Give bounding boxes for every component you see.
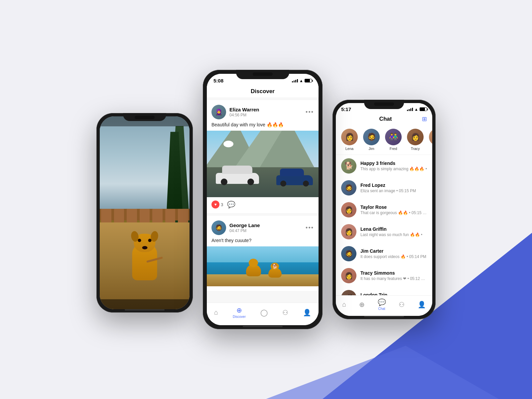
chat-taylor-rose[interactable]: 👩 Taylor Rose That car is gorgeous 🔥🔥 • …	[336, 199, 432, 221]
wheel-wl	[221, 179, 227, 185]
post-1: 🧕 Eliza Warren 04:56 PM ••• Beautiful da…	[207, 100, 319, 213]
right-signal-icon	[407, 108, 413, 111]
stories-row: 👩 Lena 🧔 Jim 👫 Fred	[336, 126, 432, 155]
chat-nav-profile[interactable]: 👤	[418, 301, 426, 309]
post-2-image: 🐕	[207, 246, 319, 286]
chat-nav-home[interactable]: ⌂	[342, 301, 346, 308]
chat-jim-carter[interactable]: 🧔 Jim Carter It does support videos 🔥 • …	[336, 243, 432, 265]
posts-container: 🧕 Eliza Warren 04:56 PM ••• Beautiful da…	[207, 97, 319, 303]
center-status-icons: ▲	[292, 78, 312, 83]
dog-body-container	[130, 234, 160, 280]
nav-messages[interactable]: ◯	[260, 309, 268, 317]
mountain-3	[259, 131, 315, 169]
comment-button[interactable]: 💬	[227, 200, 235, 208]
chat-bottom-nav: ⌂ ⊕ 💬 Chat ⚇ 👤	[336, 295, 432, 316]
chat-nav-friends[interactable]: ⚇	[399, 301, 405, 309]
nav-discover-label: Discover	[233, 315, 246, 319]
heart-icon: ♥	[211, 200, 219, 208]
left-phone-screen	[100, 116, 190, 309]
story-ge[interactable]: 👱 Ge...	[429, 129, 432, 151]
chat-avatar-tracy-face: 👩	[341, 268, 356, 283]
post-2-username: George Lane	[229, 222, 306, 228]
post-2: 🧔 George Lane 04:47 PM ••• Aren't they c…	[207, 216, 319, 291]
chat-compose-icon[interactable]: ⊞	[422, 115, 427, 123]
chat-fred-lopez[interactable]: 🧔 Fred Lopez Eliza sent an image • 05:15…	[336, 177, 432, 199]
phone-left	[96, 113, 193, 313]
chat-avatar-fred-face: 🧔	[341, 180, 356, 196]
chat-info-london: London Trip 2 more weeks 😎😎😎 • 05:11 PM	[360, 292, 427, 295]
story-fred[interactable]: 👫 Fred	[385, 129, 402, 151]
lake-sky	[207, 246, 319, 262]
chat-info-tracy: Tracy Simmons It has so many features ❤ …	[360, 270, 427, 281]
chat-avatar-lena: 👩	[341, 224, 356, 239]
right-phone-screen: 5:17 ▲	[336, 103, 432, 316]
chat-info-jim: Jim Carter It does support videos 🔥 • 05…	[360, 248, 427, 259]
chat-happy-friends[interactable]: 🐕 Happy 3 friends This app is simply ama…	[336, 155, 432, 177]
chat-avatar-happy: 🐕	[341, 158, 356, 174]
post-1-header: 🧕 Eliza Warren 04:56 PM •••	[211, 105, 314, 119]
lake-dog-2-head: 🐕	[271, 263, 279, 270]
chat-preview-fred: Eliza sent an image • 05:15 PM	[360, 189, 427, 193]
chat-avatar-taylor-face: 👩	[341, 202, 356, 217]
story-lena-avatar: 👩	[341, 129, 358, 145]
chat-london-trip[interactable]: 🏙 London Trip 2 more weeks 😎😎😎 • 05:11 P…	[336, 287, 432, 295]
post-1-more[interactable]: •••	[306, 109, 314, 116]
post-2-avatar: 🧔	[211, 220, 226, 235]
nav-messages-icon: ◯	[260, 309, 268, 317]
story-fred-face: 👫	[385, 129, 402, 145]
chat-preview-jim: It does support videos 🔥 • 05:14 PM	[360, 254, 427, 259]
chat-nav-profile-icon: 👤	[418, 301, 426, 309]
blue-car	[276, 169, 313, 185]
chat-list: 🐕 Happy 3 friends This app is simply ama…	[336, 155, 432, 295]
phone-right: 5:17 ▲	[332, 100, 436, 319]
chat-nav-home-icon: ⌂	[342, 301, 346, 308]
chat-name-london: London Trip	[360, 292, 427, 295]
chat-info-taylor: Taylor Rose That car is gorgeous 🔥🔥 • 05…	[360, 204, 427, 215]
post-1-avatar-img: 🧕	[211, 105, 226, 119]
chat-avatar-lena-face: 👩	[341, 224, 356, 239]
wheel-wr	[247, 179, 254, 185]
post-2-header: 🧔 George Lane 04:47 PM •••	[211, 220, 314, 235]
chat-preview-tracy: It has so many features ❤ • 05:12 PM	[360, 276, 427, 281]
chat-lena-griffin[interactable]: 👩 Lena Griffin Last night was so much fu…	[336, 221, 432, 243]
chat-name-taylor: Taylor Rose	[360, 204, 427, 210]
story-tracy-avatar: 👩	[407, 129, 424, 145]
center-home-indicator	[243, 326, 283, 327]
chat-avatar-tracy: 👩	[341, 268, 356, 283]
story-tracy-face: 👩	[407, 129, 424, 145]
story-fred-avatar: 👫	[385, 129, 402, 145]
story-tracy[interactable]: 👩 Tracy	[407, 129, 424, 151]
dog-nose	[142, 246, 147, 249]
story-tracy-name: Tracy	[411, 147, 420, 151]
chat-nav-search[interactable]: ⊕	[359, 301, 365, 309]
chat-nav-chat[interactable]: 💬 Chat	[378, 298, 386, 311]
fence-bars	[100, 209, 190, 224]
like-button[interactable]: ♥ 3	[211, 200, 223, 208]
signal-icon	[292, 79, 298, 82]
chat-name-jim: Jim Carter	[360, 248, 427, 254]
chat-avatar-taylor: 👩	[341, 202, 356, 217]
nav-profile[interactable]: 👤	[303, 309, 311, 317]
right-home-indicator	[364, 316, 404, 317]
center-phone-notch-inner	[253, 72, 273, 76]
nav-friends[interactable]: ⚇	[282, 309, 288, 317]
nav-home[interactable]: ⌂	[214, 309, 218, 316]
post-2-more[interactable]: •••	[306, 224, 314, 231]
chat-avatar-london: 🏙	[341, 290, 356, 295]
story-jim[interactable]: 🧔 Jim	[363, 129, 380, 151]
post-1-image	[207, 131, 319, 197]
right-battery-fill	[420, 108, 425, 111]
lake-shore	[207, 274, 319, 286]
chat-nav-friends-icon: ⚇	[399, 301, 405, 309]
story-jim-name: Jim	[368, 147, 374, 151]
chat-tracy-simmons[interactable]: 👩 Tracy Simmons It has so many features …	[336, 265, 432, 287]
chat-avatar-fred: 🧔	[341, 180, 356, 196]
lake-dog-1	[246, 265, 261, 276]
dog-emoji: 🐕	[271, 263, 279, 270]
story-lena[interactable]: 👩 Lena	[341, 129, 358, 151]
nav-profile-icon: 👤	[303, 309, 311, 317]
left-phone-notch-inner	[135, 116, 155, 119]
nav-discover[interactable]: ⊕ Discover	[233, 306, 246, 319]
chat-name-fred: Fred Lopez	[360, 183, 427, 188]
nav-home-icon: ⌂	[214, 309, 218, 316]
